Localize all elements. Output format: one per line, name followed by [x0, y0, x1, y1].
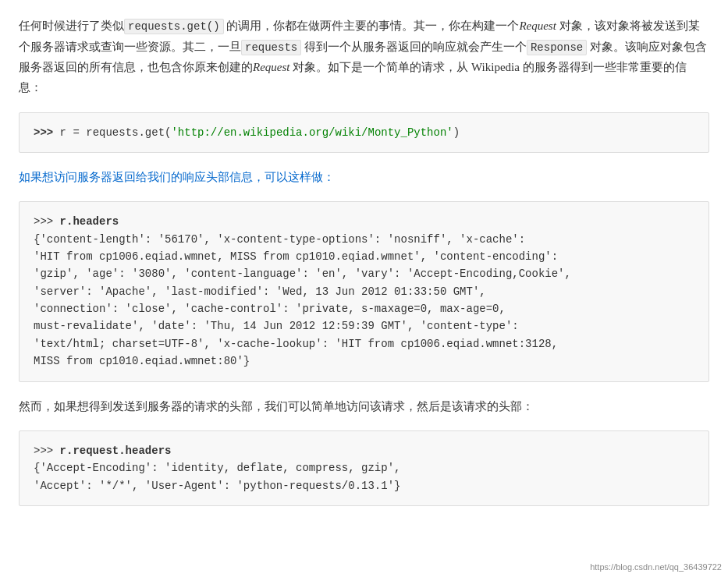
code-block-3-line-1: >>> r.request.headers	[34, 442, 694, 459]
code-block-2-line-5: 'server': 'Apache', 'last-modified': 'We…	[34, 283, 694, 300]
italic-request-2: Request	[253, 61, 289, 73]
text-intro-1: 的调用，你都在做两件主要的事情。其一，你在构建一个	[224, 19, 520, 32]
code-block-2-line-2: {'content-length': '56170', 'x-content-t…	[34, 231, 694, 248]
code-block-3: >>> r.request.headers {'Accept-Encoding'…	[19, 430, 709, 506]
code-block-2-line-9: MISS from cp1010.eqiad.wmnet:80'}	[34, 352, 694, 370]
code-block-2-line-6: 'connection': 'close', 'cache-control': …	[34, 300, 694, 317]
text-intro-3: 得到一个从服务器返回的响应就会产生一个	[301, 41, 527, 53]
paragraph-2: 如果想访问服务器返回给我们的响应头部信息，可以这样做：	[19, 167, 709, 187]
code-block-2-line-3: 'HIT from cp1006.eqiad.wmnet, MISS from …	[34, 248, 694, 265]
inline-code-requests-get: requests.get()	[124, 19, 224, 34]
code-block-3-line-3: 'Accept': '*/*', 'User-Agent': 'python-r…	[34, 477, 694, 494]
text-any-time: 任何时候进行了类似	[19, 19, 124, 32]
inline-code-response: Response	[527, 40, 587, 55]
watermark: https://blog.csdn.net/qq_36439722	[590, 560, 722, 575]
paragraph-3: 然而，如果想得到发送到服务器的请求的头部，我们可以简单地访问该请求，然后是该请求…	[19, 396, 709, 416]
code-block-3-line-2: {'Accept-Encoding': 'identity, deflate, …	[34, 459, 694, 476]
code-string-1: 'http://en.wikipedia.org/wiki/Monty_Pyth…	[171, 126, 453, 139]
code-block-2-line-1: >>> r.headers	[34, 213, 694, 230]
code-block-2-line-7: must-revalidate', 'date': 'Thu, 14 Jun 2…	[34, 317, 694, 335]
code-block-2-line-8: 'text/html; charset=UTF-8', 'x-cache-loo…	[34, 335, 694, 352]
code-block-1: >>> r = requests.get('http://en.wikipedi…	[19, 112, 709, 153]
paragraph-1: 任何时候进行了类似requests.get() 的调用，你都在做两件主要的事情。…	[19, 16, 709, 98]
italic-request: Request	[519, 19, 556, 32]
inline-code-requests: requests	[241, 40, 301, 55]
code-prompt-1: >>>	[34, 126, 53, 139]
main-content: 任何时候进行了类似requests.get() 的调用，你都在做两件主要的事情。…	[19, 16, 709, 506]
code-text-1: r = requests.get(	[53, 126, 171, 139]
code-end-1: )	[453, 126, 460, 139]
code-block-2: >>> r.headers {'content-length': '56170'…	[19, 201, 709, 382]
code-block-2-line-4: 'gzip', 'age': '3080', 'content-language…	[34, 265, 694, 282]
